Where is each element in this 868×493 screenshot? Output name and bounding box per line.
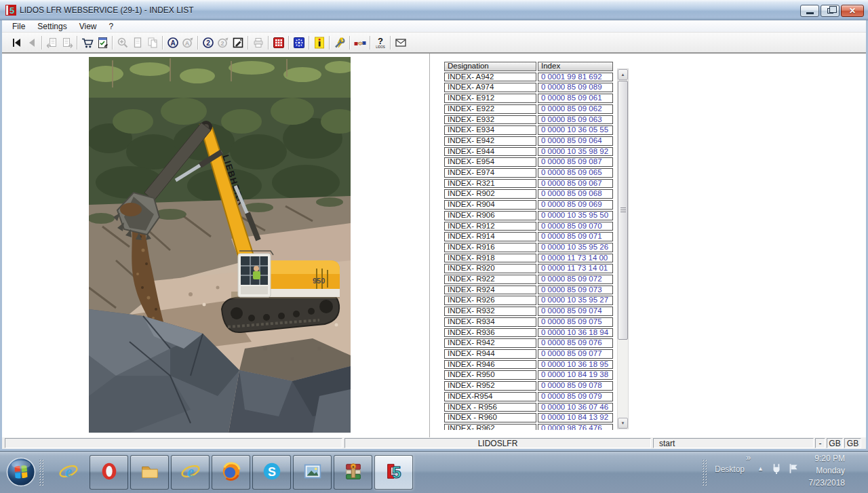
taskbar-button-internet-explorer[interactable]: e bbox=[171, 455, 210, 490]
index-link-cell[interactable]: 0 0000 10 36 18 94 bbox=[538, 328, 613, 338]
desktop-toolbar-label[interactable]: Desktop bbox=[715, 465, 745, 474]
status-lang-secondary[interactable]: GB bbox=[844, 438, 861, 448]
index-link-cell[interactable]: 0 0000 85 09 064 bbox=[538, 136, 613, 146]
scroll-down-button[interactable]: ▼ bbox=[618, 418, 628, 429]
designation-cell[interactable]: INDEX- R926 bbox=[444, 296, 536, 305]
index-link-cell[interactable]: 0 0000 85 09 071 bbox=[538, 232, 613, 241]
start-button[interactable] bbox=[5, 456, 37, 488]
designation-cell[interactable]: INDEX- R934 bbox=[444, 317, 536, 327]
scroll-up-button[interactable]: ▲ bbox=[618, 69, 628, 80]
title-bar[interactable]: 5 LIDOS LFR WEBSERVICE (29-1) - INDEX LI… bbox=[0, 0, 868, 20]
designation-cell[interactable]: INDEX- A942 bbox=[444, 73, 536, 82]
designation-cell[interactable]: INDEX- R924 bbox=[444, 285, 536, 295]
index-link-cell[interactable]: 0 0000 85 09 077 bbox=[538, 349, 613, 359]
designation-cell[interactable]: INDEX- R942 bbox=[444, 338, 536, 348]
index-link-cell[interactable]: 0 0000 10 35 95 27 bbox=[538, 296, 613, 305]
index-link-cell[interactable]: 0 0000 85 09 087 bbox=[538, 157, 613, 167]
designation-cell[interactable]: INDEX- R932 bbox=[444, 307, 536, 316]
service-contact-button[interactable] bbox=[353, 35, 368, 50]
index-link-cell[interactable]: 0 0000 10 35 95 50 bbox=[538, 211, 613, 220]
designation-cell[interactable]: INDEX- E922 bbox=[444, 104, 536, 114]
index-link-cell[interactable]: 0 0000 85 09 061 bbox=[538, 94, 613, 103]
designation-cell[interactable]: INDEX- R922 bbox=[444, 275, 536, 284]
scrollbar-thumb[interactable] bbox=[618, 81, 628, 340]
index-link-cell[interactable]: 0 0000 10 36 18 95 bbox=[538, 360, 613, 370]
taskbar-button-file-explorer[interactable] bbox=[130, 455, 169, 490]
designation-cell[interactable]: INDEX - R956 bbox=[444, 403, 536, 412]
index-link-cell[interactable]: 0 0000 85 09 075 bbox=[538, 317, 613, 327]
index-link-cell[interactable]: 0 0000 85 09 074 bbox=[538, 307, 613, 316]
parts-list-button[interactable] bbox=[271, 35, 286, 50]
index-link-cell[interactable]: 0 0000 85 09 072 bbox=[538, 275, 613, 284]
action-center-flag-icon[interactable] bbox=[787, 462, 800, 475]
clock[interactable]: 9:20 PM Monday 7/23/2018 bbox=[809, 452, 845, 489]
index-link-cell[interactable]: 0 0001 99 81 692 bbox=[538, 73, 613, 82]
index-link-cell[interactable]: 0 0000 10 84 19 38 bbox=[538, 370, 613, 380]
status-lang-primary[interactable]: GB bbox=[827, 438, 843, 448]
designation-cell[interactable]: INDEX- R920 bbox=[444, 264, 536, 273]
designation-cell[interactable]: INDEX-R954 bbox=[444, 392, 536, 401]
taskbar-button-lidos[interactable]: 5 bbox=[374, 455, 413, 490]
taskbar-button-skype[interactable]: S bbox=[252, 455, 291, 490]
edit-note-button[interactable] bbox=[231, 35, 245, 50]
menu-view[interactable]: View bbox=[73, 21, 103, 32]
index-link-cell[interactable]: 0 0000 10 36 07 46 bbox=[538, 403, 613, 412]
designation-cell[interactable]: INDEX- R952 bbox=[444, 381, 536, 391]
index-link-cell[interactable]: 0 0000 85 09 068 bbox=[538, 189, 613, 199]
designation-cell[interactable]: INDEX- E934 bbox=[444, 125, 536, 135]
close-button[interactable]: ✕ bbox=[841, 5, 864, 17]
designation-cell[interactable]: INDEX- R904 bbox=[444, 200, 536, 210]
show-hidden-icons-button[interactable]: ▲ bbox=[757, 465, 764, 472]
designation-cell[interactable]: INDEX- R902 bbox=[444, 189, 536, 199]
index-link-cell[interactable]: 0 0000 98 76 476 bbox=[538, 424, 613, 430]
index-link-cell[interactable]: 0 0000 85 09 070 bbox=[538, 222, 613, 231]
taskbar-grip[interactable] bbox=[39, 460, 44, 487]
order-form-button[interactable] bbox=[95, 35, 110, 50]
go-first-button[interactable] bbox=[9, 35, 24, 50]
designation-cell[interactable]: INDEX- E912 bbox=[444, 94, 536, 103]
designation-cell[interactable]: INDEX- R916 bbox=[444, 243, 536, 252]
designation-cell[interactable]: INDEX- R962 bbox=[444, 424, 536, 430]
index-link-cell[interactable]: 0 0000 85 09 065 bbox=[538, 168, 613, 178]
graphics-button[interactable] bbox=[292, 35, 307, 50]
designation-cell[interactable]: INDEX- R950 bbox=[444, 370, 536, 380]
shopping-cart-button[interactable] bbox=[80, 35, 95, 50]
designation-cell[interactable]: INDEX- R944 bbox=[444, 349, 536, 359]
toolbar-overflow-chevron[interactable]: » bbox=[746, 452, 751, 462]
index-link-cell[interactable]: 0 0000 10 35 98 92 bbox=[538, 147, 613, 157]
index-link-cell[interactable]: 0 0000 85 09 073 bbox=[538, 285, 613, 295]
index-link-cell[interactable]: 0 0000 11 73 14 00 bbox=[538, 254, 613, 263]
index-link-cell[interactable]: 0 0000 10 84 13 92 bbox=[538, 413, 613, 422]
search-number-button[interactable]: 2 bbox=[201, 35, 216, 50]
designation-cell[interactable]: INDEX- R936 bbox=[444, 328, 536, 338]
designation-cell[interactable]: INDEX- R906 bbox=[444, 211, 536, 220]
taskbar-button-photo-viewer[interactable] bbox=[293, 455, 332, 490]
table-scrollbar[interactable]: ▲ ▼ bbox=[617, 68, 629, 429]
designation-cell[interactable]: INDEX- E954 bbox=[444, 157, 536, 167]
designation-cell[interactable]: INDEX- R918 bbox=[444, 254, 536, 263]
lidos-help-button[interactable]: ?LIDOS bbox=[373, 35, 388, 50]
restore-button[interactable] bbox=[821, 5, 840, 17]
index-link-cell[interactable]: 0 0000 85 09 067 bbox=[538, 179, 613, 189]
index-link-cell[interactable]: 0 0000 85 09 076 bbox=[538, 338, 613, 348]
menu-settings[interactable]: Settings bbox=[31, 21, 73, 32]
designation-cell[interactable]: INDEX- A974 bbox=[444, 83, 536, 92]
designation-cell[interactable]: INDEX- E942 bbox=[444, 136, 536, 146]
quicklaunch-internet-explorer-icon[interactable]: e bbox=[58, 461, 79, 484]
mail-button[interactable] bbox=[393, 35, 408, 50]
designation-cell[interactable]: INDEX- R946 bbox=[444, 360, 536, 370]
index-link-cell[interactable]: 0 0000 10 35 95 26 bbox=[538, 243, 613, 252]
index-link-cell[interactable]: 0 0000 10 36 05 55 bbox=[538, 125, 613, 135]
designation-cell[interactable]: INDEX- R912 bbox=[444, 222, 536, 231]
index-link-cell[interactable]: 0 0000 85 09 089 bbox=[538, 83, 613, 92]
index-link-cell[interactable]: 0 0000 85 09 069 bbox=[538, 200, 613, 210]
taskbar-button-winrar[interactable] bbox=[334, 455, 372, 490]
taskbar-button-firefox[interactable] bbox=[212, 455, 250, 490]
index-link-cell[interactable]: 0 0000 85 09 078 bbox=[538, 381, 613, 391]
search-text-button[interactable]: A bbox=[165, 35, 180, 50]
designation-cell[interactable]: INDEX - R960 bbox=[444, 413, 536, 422]
index-link-cell[interactable]: 0 0000 85 09 063 bbox=[538, 115, 613, 125]
designation-cell[interactable]: INDEX- R321 bbox=[444, 179, 536, 189]
tools-button[interactable] bbox=[332, 35, 347, 50]
index-link-cell[interactable]: 0 0000 85 09 079 bbox=[538, 392, 613, 401]
